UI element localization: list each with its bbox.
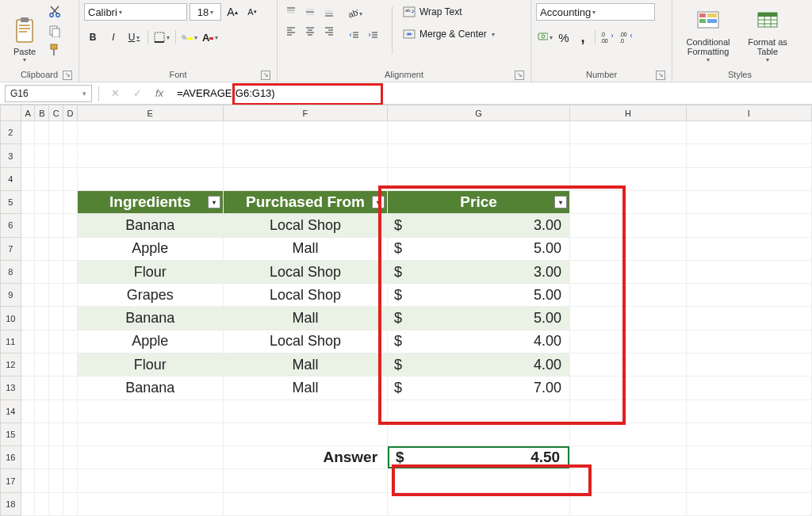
filter-dropdown-icon[interactable]: ▾ — [208, 196, 220, 208]
wrap-text-button[interactable]: ab Wrap Text — [402, 5, 495, 19]
comma-button[interactable]: , — [574, 29, 592, 46]
number-format-combo[interactable]: Accounting — [536, 3, 655, 21]
wrap-text-icon: ab — [402, 5, 416, 19]
table-row[interactable]: Apple — [77, 330, 223, 353]
format-table-icon — [755, 6, 780, 36]
align-center-icon[interactable] — [301, 22, 319, 40]
format-as-table-button[interactable]: Format as Table ▾ — [742, 3, 793, 65]
answer-value-cell[interactable]: $4.50 — [388, 446, 570, 469]
formula-bar: G16 ▾ ✕ ✓ fx — [0, 82, 812, 105]
table-row[interactable]: Flour — [77, 260, 223, 283]
svg-rect-8 — [52, 29, 59, 37]
group-alignment: ab ab Wrap Text Merge & Center Alignment… — [278, 0, 531, 82]
svg-rect-53 — [707, 13, 717, 17]
svg-rect-1 — [21, 17, 29, 22]
conditional-formatting-icon — [695, 6, 721, 36]
orientation-icon[interactable]: ab — [346, 5, 363, 22]
increase-indent-icon[interactable] — [365, 27, 382, 44]
decrease-decimal-icon[interactable]: .00.0 — [618, 29, 635, 46]
fx-icon[interactable]: fx — [151, 87, 167, 99]
name-box[interactable]: G16 ▾ — [5, 85, 92, 102]
svg-rect-4 — [19, 31, 27, 32]
copy-icon[interactable] — [48, 24, 62, 38]
increase-decimal-icon[interactable]: .0.00 — [599, 29, 616, 46]
svg-rect-51 — [699, 13, 706, 17]
paste-label: Paste — [13, 47, 36, 56]
ribbon: Paste ▾ Clipboard↘ Calibri 18 A▴ A▾ B I … — [0, 0, 812, 82]
dialog-launcher-icon[interactable]: ↘ — [261, 71, 270, 80]
group-label-alignment: Alignment — [385, 70, 423, 79]
dialog-launcher-icon[interactable]: ↘ — [515, 71, 524, 80]
select-all-corner[interactable] — [1, 105, 21, 121]
align-bottom-icon[interactable] — [320, 3, 338, 21]
svg-point-45 — [542, 35, 545, 38]
merge-center-button[interactable]: Merge & Center — [402, 27, 495, 41]
underline-button[interactable]: U — [125, 29, 143, 46]
table-row[interactable]: Grapes — [77, 284, 223, 307]
bold-button[interactable]: B — [84, 29, 102, 46]
svg-point-6 — [56, 13, 59, 17]
percent-button[interactable]: % — [555, 29, 573, 46]
svg-rect-56 — [758, 13, 777, 17]
group-number: Accounting % , .0.00 .00.0 Number↘ — [531, 0, 672, 82]
formula-input[interactable] — [174, 85, 812, 102]
font-name-combo[interactable]: Calibri — [84, 3, 187, 21]
svg-rect-3 — [19, 28, 30, 29]
group-label-styles: Styles — [728, 70, 752, 79]
group-label-clipboard: Clipboard — [21, 70, 58, 79]
worksheet-grid[interactable]: A B C D E F G H I 2 3 4 5 Ingredients▾ P… — [0, 105, 812, 516]
svg-rect-54 — [707, 19, 717, 23]
table-header-price[interactable]: Price▾ — [388, 191, 570, 214]
decrease-font-icon[interactable]: A▾ — [243, 3, 261, 21]
svg-rect-44 — [538, 33, 548, 40]
table-row[interactable]: Banana — [77, 376, 223, 399]
align-top-icon[interactable] — [282, 3, 300, 21]
dialog-launcher-icon[interactable]: ↘ — [63, 71, 72, 80]
accounting-format-button[interactable] — [536, 29, 553, 46]
filter-dropdown-icon[interactable]: ▾ — [554, 196, 567, 208]
merge-icon — [402, 27, 416, 41]
font-size-combo[interactable]: 18 — [190, 3, 221, 21]
svg-rect-2 — [19, 25, 30, 26]
table-row[interactable]: Banana — [77, 307, 223, 330]
conditional-formatting-button[interactable]: Conditional Formatting ▾ — [677, 3, 739, 65]
table-row[interactable]: Banana — [77, 214, 223, 237]
increase-font-icon[interactable]: A▴ — [224, 3, 241, 21]
table-row[interactable]: Flour — [77, 354, 223, 376]
clipboard-icon — [12, 15, 37, 45]
answer-label-cell[interactable]: Answer — [223, 446, 387, 469]
align-right-icon[interactable] — [320, 22, 338, 40]
fill-color-button[interactable] — [181, 29, 198, 46]
dialog-launcher-icon[interactable]: ↘ — [656, 71, 665, 80]
format-painter-icon[interactable] — [48, 43, 62, 57]
svg-text:.0: .0 — [600, 32, 605, 37]
svg-rect-52 — [699, 19, 706, 23]
filter-dropdown-icon[interactable]: ▾ — [372, 196, 385, 208]
table-header-purchased-from[interactable]: Purchased From▾ — [223, 191, 387, 214]
enter-formula-icon[interactable]: ✓ — [129, 87, 145, 99]
svg-rect-9 — [51, 44, 57, 49]
decrease-indent-icon[interactable] — [346, 27, 363, 44]
svg-text:ab: ab — [405, 8, 411, 13]
cut-icon[interactable] — [48, 5, 62, 19]
group-label-font: Font — [169, 70, 186, 79]
table-row[interactable]: Apple — [77, 237, 223, 260]
svg-text:.0: .0 — [619, 38, 624, 44]
svg-text:.00: .00 — [619, 32, 627, 37]
cancel-formula-icon[interactable]: ✕ — [107, 87, 123, 99]
align-middle-icon[interactable] — [301, 3, 319, 21]
svg-rect-10 — [53, 49, 55, 55]
align-left-icon[interactable] — [282, 22, 300, 40]
italic-button[interactable]: I — [105, 29, 122, 46]
group-clipboard: Paste ▾ Clipboard↘ — [0, 0, 79, 82]
group-styles: Conditional Formatting ▾ Format as Table… — [672, 0, 807, 82]
svg-rect-11 — [155, 32, 164, 42]
paste-button[interactable]: Paste ▾ — [5, 3, 44, 65]
svg-text:ab: ab — [347, 7, 358, 19]
table-header-ingredients[interactable]: Ingredients▾ — [77, 191, 223, 214]
column-headers[interactable]: A B C D E F G H I — [1, 105, 812, 121]
group-font: Calibri 18 A▴ A▾ B I U A Font↘ — [79, 0, 278, 82]
border-button[interactable] — [153, 29, 170, 46]
font-color-button[interactable]: A — [201, 29, 219, 46]
chevron-down-icon: ▾ — [82, 90, 86, 97]
